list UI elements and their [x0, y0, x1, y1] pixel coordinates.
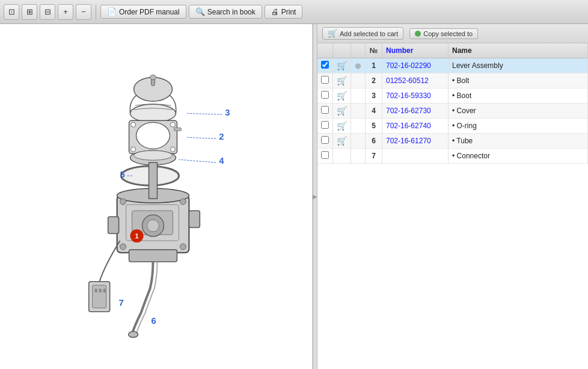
toolbar-separator: [96, 5, 96, 19]
parts-panel: 🛒 Add selected to cart Copy selected to …: [317, 24, 588, 369]
row-group-icon-cell[interactable]: [351, 104, 366, 119]
row-cart-icon-cell[interactable]: 🛒: [333, 88, 351, 104]
row-part-number[interactable]: 702-16-62730: [382, 104, 449, 119]
svg-point-22: [180, 199, 186, 205]
label-4: 4: [219, 155, 224, 166]
svg-point-24: [180, 244, 186, 250]
parts-table: № Number Name 🛒⊕1702-16-02290Lever Assem…: [317, 43, 588, 369]
row-group-icon-cell[interactable]: [351, 88, 366, 104]
row-part-number[interactable]: [382, 149, 449, 164]
group-row-icon[interactable]: ⊕: [355, 61, 361, 70]
search-book-button[interactable]: 🔍 Search in book: [189, 5, 262, 19]
label-5: 5: [120, 169, 125, 179]
copy-selected-button[interactable]: Copy selected to: [409, 28, 478, 39]
row-group-icon-cell[interactable]: [351, 134, 366, 149]
row-num: 7: [366, 149, 382, 164]
row-cart-icon-cell[interactable]: 🛒: [333, 134, 351, 149]
fit-page-button[interactable]: ⊡: [4, 4, 19, 20]
row-group-icon-cell[interactable]: [351, 73, 366, 88]
row-cart-icon-cell[interactable]: 🛒: [333, 119, 351, 134]
row-checkbox[interactable]: [321, 76, 329, 84]
label-2: 2: [219, 131, 224, 141]
search-book-label: Search in book: [207, 8, 256, 16]
row-part-name: • O-ring: [449, 119, 588, 134]
panel-splitter[interactable]: ▶: [313, 24, 317, 369]
row-cart-icon-cell[interactable]: 🛒: [333, 104, 351, 119]
row-checkbox-cell[interactable]: [317, 58, 333, 73]
search-book-icon: 🔍: [195, 7, 205, 16]
table-row[interactable]: 🛒6702-16-61270• Tube: [317, 134, 588, 149]
row-part-number[interactable]: 702-16-59330: [382, 88, 449, 104]
row-checkbox[interactable]: [321, 151, 329, 159]
table-row[interactable]: 7• Connector: [317, 149, 588, 164]
row-part-name: • Bolt: [449, 73, 588, 88]
cart-row-icon[interactable]: 🛒: [337, 106, 347, 116]
svg-point-8: [170, 122, 175, 127]
row-cart-icon-cell[interactable]: [333, 149, 351, 164]
row-part-number[interactable]: 702-16-61270: [382, 134, 449, 149]
row-checkbox-cell[interactable]: [317, 73, 333, 88]
row-cart-icon-cell[interactable]: 🛒: [333, 73, 351, 88]
row-part-name: • Boot: [449, 88, 588, 104]
row-checkbox-cell[interactable]: [317, 104, 333, 119]
parts-panel-header: 🛒 Add selected to cart Copy selected to: [317, 24, 588, 43]
row-group-icon-cell[interactable]: [351, 119, 366, 134]
row-group-icon-cell[interactable]: ⊕: [351, 58, 366, 73]
row-part-number[interactable]: 01252-60512: [382, 73, 449, 88]
cart-row-icon[interactable]: 🛒: [337, 136, 347, 146]
row-part-name: • Cover: [449, 104, 588, 119]
fit-width-button[interactable]: ⊞: [22, 4, 37, 20]
row-part-name: • Tube: [449, 134, 588, 149]
add-to-cart-button[interactable]: 🛒 Add selected to cart: [322, 27, 403, 40]
pdf-icon: 📄: [107, 7, 117, 16]
print-label: Print: [281, 8, 296, 16]
row-part-number[interactable]: 702-16-62740: [382, 119, 449, 134]
row-checkbox-cell[interactable]: [317, 88, 333, 104]
table-row[interactable]: 🛒3702-16-59330• Boot: [317, 88, 588, 104]
svg-rect-33: [99, 289, 102, 293]
part-1-badge-text: 1: [135, 232, 139, 240]
cart-row-icon[interactable]: 🛒: [337, 61, 347, 70]
zoom-out-button[interactable]: −: [76, 4, 91, 20]
svg-point-4: [150, 75, 156, 79]
svg-rect-27: [129, 250, 177, 262]
row-num: 5: [366, 119, 382, 134]
row-checkbox[interactable]: [321, 106, 329, 114]
table-row[interactable]: 🛒⊕1702-16-02290Lever Assembly: [317, 58, 588, 73]
part-2[interactable]: [129, 120, 182, 153]
col-name-header: Name: [449, 43, 588, 58]
print-button[interactable]: 🖨 Print: [265, 5, 303, 19]
row-checkbox-cell[interactable]: [317, 119, 333, 134]
zoom-in-button[interactable]: +: [58, 4, 73, 20]
col-cart-icon: [333, 43, 351, 58]
fit-height-button[interactable]: ⊟: [40, 4, 55, 20]
table-row[interactable]: 🛒5702-16-62740• O-ring: [317, 119, 588, 134]
row-part-name: Lever Assembly: [449, 58, 588, 73]
cart-row-icon[interactable]: 🛒: [337, 121, 347, 131]
cart-row-icon[interactable]: 🛒: [337, 91, 347, 101]
row-checkbox[interactable]: [321, 121, 329, 129]
table-row[interactable]: 🛒4702-16-62730• Cover: [317, 104, 588, 119]
print-icon: 🖨: [271, 7, 279, 16]
row-checkbox[interactable]: [321, 136, 329, 144]
svg-point-29: [147, 220, 159, 232]
row-checkbox[interactable]: [321, 61, 329, 69]
row-num: 4: [366, 104, 382, 119]
row-group-icon-cell[interactable]: [351, 149, 366, 164]
svg-point-35: [129, 332, 138, 338]
table-row[interactable]: 🛒201252-60512• Bolt: [317, 73, 588, 88]
svg-point-10: [170, 147, 175, 152]
row-part-number[interactable]: 702-16-02290: [382, 58, 449, 73]
order-pdf-button[interactable]: 📄 Order PDF manual: [100, 5, 186, 19]
row-cart-icon-cell[interactable]: 🛒: [333, 58, 351, 73]
svg-point-9: [131, 147, 136, 152]
row-num: 2: [366, 73, 382, 88]
cart-row-icon[interactable]: 🛒: [337, 76, 347, 85]
label-3: 3: [225, 107, 230, 117]
table-header-row: № Number Name: [317, 43, 588, 58]
row-checkbox[interactable]: [321, 91, 329, 99]
row-checkbox-cell[interactable]: [317, 134, 333, 149]
svg-point-23: [120, 244, 126, 250]
svg-rect-32: [95, 289, 97, 293]
row-checkbox-cell[interactable]: [317, 149, 333, 164]
